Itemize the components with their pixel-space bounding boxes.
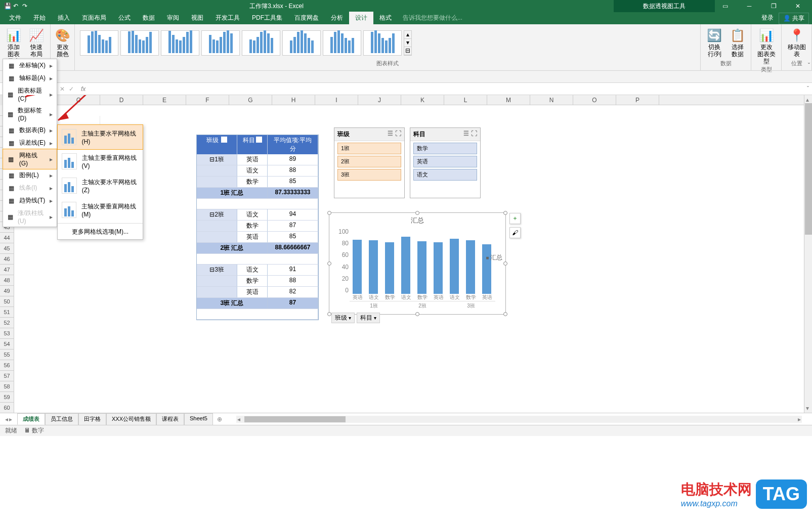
col-header[interactable]: O xyxy=(573,95,616,105)
style-thumb[interactable] xyxy=(323,30,361,56)
row-header[interactable]: 44 xyxy=(0,233,14,243)
tab-home[interactable]: 开始 xyxy=(27,12,52,24)
slicer-item[interactable]: 1班 xyxy=(337,143,401,154)
col-header[interactable]: K xyxy=(401,95,444,105)
gridline-option[interactable]: 主轴主要垂直网格线(V) xyxy=(58,149,143,173)
multiselect-icon[interactable]: ☰ xyxy=(463,130,469,139)
slicer-item[interactable]: 英语 xyxy=(413,156,477,167)
dd-item-error[interactable]: ▦误差线(E)▸ xyxy=(3,137,57,149)
chart-styles-gallery[interactable]: ▴▾⊟ xyxy=(78,26,697,60)
cancel-formula-icon[interactable]: ✕ xyxy=(60,85,65,93)
col-header[interactable]: I xyxy=(315,95,358,105)
tab-pdf[interactable]: PDF工具集 xyxy=(246,12,288,24)
tab-review[interactable]: 审阅 xyxy=(161,12,185,24)
dd-item-lines[interactable]: ▦线条(I)▸ xyxy=(3,182,57,194)
multiselect-icon[interactable]: ☰ xyxy=(388,130,393,139)
pivot-table[interactable]: 班级 ▾科目▾平均值项:平均分⊟1班英语89语文88数学851班 汇总87.33… xyxy=(196,135,319,320)
switch-row-col-button[interactable]: 🔄 切换行/列 xyxy=(704,26,725,59)
row-header[interactable]: 50 xyxy=(0,296,14,307)
tab-file[interactable]: 文件 xyxy=(3,12,27,24)
dd-item-trend[interactable]: ▦趋势线(T)▸ xyxy=(3,194,57,207)
clear-filter-icon[interactable]: ⛶ xyxy=(395,130,401,139)
tab-insert[interactable]: 插入 xyxy=(52,12,76,24)
tab-data[interactable]: 数据 xyxy=(137,12,161,24)
sheet-nav-last[interactable]: ▸ xyxy=(9,416,12,423)
row-header[interactable]: 53 xyxy=(0,328,14,339)
slicer-item[interactable]: 2班 xyxy=(337,156,401,167)
sheet-tab[interactable]: 成绩表 xyxy=(17,413,45,425)
ribbon-opts-icon[interactable]: ▭ xyxy=(715,0,735,12)
row-header[interactable]: 52 xyxy=(0,318,14,328)
scroll-thumb[interactable] xyxy=(805,103,812,235)
style-thumb[interactable] xyxy=(80,30,118,56)
save-icon[interactable]: 💾 xyxy=(4,3,11,10)
row-header[interactable]: 48 xyxy=(0,275,14,286)
dd-item-dtable[interactable]: ▦数据表(B)▸ xyxy=(3,124,57,137)
col-header[interactable]: L xyxy=(444,95,487,105)
more-gridlines[interactable]: 更多网格线选项(M)... xyxy=(58,225,143,239)
gridline-option[interactable]: 主轴次要垂直网格线(M) xyxy=(58,198,143,222)
sheet-tab[interactable]: 田字格 xyxy=(78,413,106,425)
slicer-subject[interactable]: 科目 ☰⛶ 数学 英语 语文 xyxy=(410,127,481,198)
dd-item-axtitle[interactable]: ▦轴标题(A)▸ xyxy=(3,72,57,84)
sheet-tab[interactable]: XXX公司销售额 xyxy=(106,413,156,425)
chart-filter-subject[interactable]: 科目 ▾ xyxy=(357,313,380,323)
tab-formulas[interactable]: 公式 xyxy=(112,12,137,24)
chart-title[interactable]: 汇总 xyxy=(329,213,505,228)
login-button[interactable]: 登录 xyxy=(756,12,779,24)
slicer-item[interactable]: 数学 xyxy=(413,143,477,154)
collapse-ribbon-button[interactable]: ˇ xyxy=(808,62,810,69)
chart-filter-class[interactable]: 班级 ▾ xyxy=(331,313,355,323)
dd-item-dlabel[interactable]: ▦数据标签(D)▸ xyxy=(3,104,57,124)
row-header[interactable]: 54 xyxy=(0,339,14,350)
vertical-scrollbar[interactable]: ▴ ▾ xyxy=(804,95,812,413)
sheet-tab[interactable]: Sheet5 xyxy=(184,413,213,425)
row-header[interactable]: 58 xyxy=(0,381,14,392)
row-header[interactable]: 59 xyxy=(0,392,14,403)
tell-me-input[interactable]: 告诉我您想要做什么... xyxy=(398,12,467,24)
row-header[interactable]: 45 xyxy=(0,243,14,254)
slicer-item[interactable]: 3班 xyxy=(337,169,401,181)
row-header[interactable]: 51 xyxy=(0,307,14,318)
dd-item-ctitle[interactable]: ▦图表标题(C)▸ xyxy=(3,84,57,104)
row-header[interactable]: 56 xyxy=(0,360,14,371)
pivot-chart[interactable]: + 🖌 汇总 100806040200 英语语文数学语文数学英语语文数学英语 1… xyxy=(329,212,506,315)
fx-icon[interactable]: fx xyxy=(78,85,89,93)
slicer-item[interactable]: 语文 xyxy=(413,169,477,181)
gridline-option[interactable]: 主轴次要水平网格线(Z) xyxy=(58,173,143,198)
col-header[interactable]: N xyxy=(530,95,573,105)
row-header[interactable]: 49 xyxy=(0,286,14,296)
sheet-tab[interactable]: 员工信息 xyxy=(45,413,78,425)
tab-view[interactable]: 视图 xyxy=(185,12,209,24)
style-thumb[interactable] xyxy=(363,30,402,56)
tab-dev[interactable]: 开发工具 xyxy=(209,12,246,24)
style-thumb[interactable] xyxy=(282,30,321,56)
row-header[interactable]: 46 xyxy=(0,254,14,265)
col-header[interactable]: H xyxy=(272,95,315,105)
col-header[interactable]: M xyxy=(487,95,530,105)
change-chart-type-button[interactable]: 📊 更改 图表类型 xyxy=(754,26,778,66)
style-thumb[interactable] xyxy=(120,30,159,56)
change-colors-button[interactable]: 🎨 更改 颜色 xyxy=(54,26,71,59)
scroll-up-icon[interactable]: ▴ xyxy=(806,96,809,103)
tab-layout[interactable]: 页面布局 xyxy=(76,12,112,24)
share-button[interactable]: 👤 共享 xyxy=(779,13,809,24)
move-chart-button[interactable]: 📍 移动图表 xyxy=(785,26,808,59)
row-header[interactable]: 47 xyxy=(0,265,14,275)
chart-brush-button[interactable]: 🖌 xyxy=(509,227,521,238)
slicer-class[interactable]: 班级 ☰⛶ 1班 2班 3班 xyxy=(334,127,405,198)
dd-item-grid[interactable]: ▦网格线(G)▸ xyxy=(3,149,57,169)
tab-baidu[interactable]: 百度网盘 xyxy=(288,12,325,24)
style-thumb[interactable] xyxy=(201,30,240,56)
col-header[interactable]: E xyxy=(143,95,186,105)
close-button[interactable]: ✕ xyxy=(788,0,808,12)
add-sheet-button[interactable]: ⊕ xyxy=(213,414,226,424)
col-header[interactable]: P xyxy=(616,95,659,105)
horizontal-scrollbar[interactable]: ◂ ▸ xyxy=(236,416,802,423)
style-thumb[interactable] xyxy=(242,30,280,56)
minimize-button[interactable]: ─ xyxy=(739,0,759,12)
dd-item-axis[interactable]: ▦坐标轴(X)▸ xyxy=(3,59,57,72)
col-header[interactable]: J xyxy=(358,95,401,105)
col-header[interactable]: C xyxy=(57,95,100,105)
tab-format[interactable]: 格式 xyxy=(373,12,398,24)
